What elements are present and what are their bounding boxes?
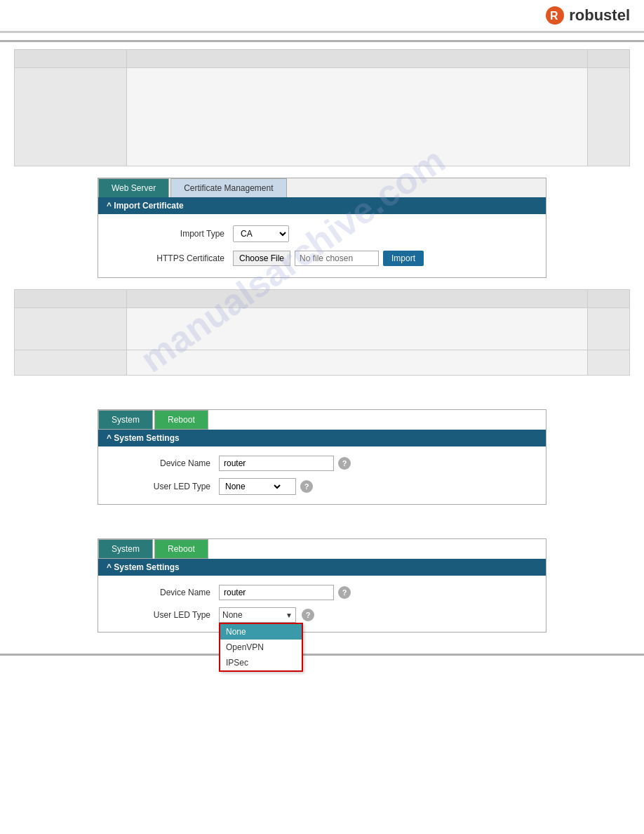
user-led-dropdown-wrap: None ▼ None OpenVPN IPSec [219, 607, 296, 623]
https-cert-label: HTTPS Certificate [112, 253, 224, 263]
robustel-logo-icon: R [545, 6, 565, 25]
choose-file-button[interactable]: Choose File [233, 251, 290, 266]
td-col1 [15, 68, 127, 166]
mid-table-header-row [15, 290, 630, 308]
user-led-help-top[interactable]: ? [300, 480, 313, 493]
td-col3 [588, 68, 630, 166]
dropdown-option-openvpn[interactable]: OpenVPN [220, 640, 302, 655]
mid-th-col2 [127, 290, 588, 308]
user-led-help-bottom[interactable]: ? [302, 609, 314, 621]
system-tabs-bottom: System Reboot [98, 539, 546, 559]
mid-td1-c3 [588, 308, 630, 350]
dropdown-option-ipsec[interactable]: IPSec [220, 655, 302, 670]
tab-reboot-top[interactable]: Reboot [154, 410, 208, 430]
dropdown-list: None OpenVPN IPSec [219, 623, 303, 672]
import-certificate-form: Import Type CA HTTPS Certificate Choose … [98, 214, 546, 277]
mid-td1-c2 [127, 308, 588, 350]
tab-web-server[interactable]: Web Server [98, 178, 169, 197]
footer-separator [0, 654, 644, 656]
certificate-panel: Web Server Certificate Management ^ Impo… [98, 178, 546, 278]
spacer2 [0, 516, 644, 527]
user-led-label-top: User LED Type [112, 482, 210, 491]
mid-th-col1 [15, 290, 127, 308]
tab-certificate-management[interactable]: Certificate Management [170, 178, 286, 197]
logo-text: robustel [569, 6, 630, 25]
mid-table-row-2 [15, 350, 630, 376]
mid-td2-c3 [588, 350, 630, 376]
user-led-row-bottom: User LED Type None ▼ None OpenVPN IPSec … [98, 604, 546, 626]
user-led-select-display-bottom[interactable]: None ▼ [219, 607, 296, 623]
import-type-select[interactable]: CA [233, 225, 289, 242]
system-settings-header-top: ^ System Settings [98, 430, 546, 446]
import-button[interactable]: Import [383, 251, 424, 266]
import-certificate-header: ^ Import Certificate [98, 197, 546, 214]
th-col1 [15, 50, 127, 68]
table-row [15, 68, 630, 166]
mid-table-section [14, 289, 630, 376]
import-type-control: CA [233, 225, 289, 242]
top-table-section [14, 49, 630, 166]
certificate-tabs: Web Server Certificate Management [98, 178, 546, 197]
tab-system-top[interactable]: System [98, 410, 153, 430]
mid-td2-c1 [15, 350, 127, 376]
dropdown-arrow-icon: ▼ [286, 611, 293, 619]
td-col2 [127, 68, 588, 166]
mid-th-col3 [588, 290, 630, 308]
mid-table-row-1 [15, 308, 630, 350]
user-led-label-bottom: User LED Type [112, 610, 210, 620]
device-name-input-top[interactable] [219, 456, 334, 471]
mid-td2-c2 [127, 350, 588, 376]
user-led-select-top[interactable]: None OpenVPN IPSec [220, 479, 283, 494]
user-led-select-wrap-top: None OpenVPN IPSec [219, 478, 296, 495]
top-separator [0, 40, 644, 42]
import-type-label: Import Type [112, 229, 224, 239]
system-form-top: Device Name ? User LED Type None OpenVPN… [98, 446, 546, 504]
logo: R robustel [545, 6, 630, 25]
system-settings-header-bottom: ^ System Settings [98, 559, 546, 576]
svg-text:R: R [550, 10, 558, 22]
th-col2 [127, 50, 588, 68]
spacer1 [0, 384, 644, 398]
dropdown-option-none[interactable]: None [220, 624, 302, 640]
device-name-input-bottom[interactable] [219, 585, 334, 600]
top-table [14, 49, 630, 166]
device-name-help-top[interactable]: ? [338, 457, 351, 470]
device-name-help-bottom[interactable]: ? [338, 586, 351, 599]
mid-td1-c1 [15, 308, 127, 350]
table-header-row [15, 50, 630, 68]
https-cert-control: Choose File No file chosen Import [233, 251, 424, 266]
no-file-chosen-label: No file chosen [295, 251, 379, 266]
system-tabs-top: System Reboot [98, 410, 546, 430]
device-name-row-bottom: Device Name ? [98, 581, 546, 604]
import-type-row: Import Type CA [98, 221, 546, 246]
https-cert-row: HTTPS Certificate Choose File No file ch… [98, 246, 546, 270]
system-form-bottom: Device Name ? User LED Type None ▼ None … [98, 576, 546, 632]
tab-reboot-bottom[interactable]: Reboot [154, 539, 208, 559]
tab-system-bottom[interactable]: System [98, 539, 153, 559]
device-name-label-top: Device Name [112, 458, 210, 468]
system-panel-bottom: System Reboot ^ System Settings Device N… [98, 538, 546, 633]
page-header: R robustel [0, 0, 644, 33]
device-name-label-bottom: Device Name [112, 588, 210, 597]
mid-table [14, 289, 630, 376]
system-panel-top: System Reboot ^ System Settings Device N… [98, 409, 546, 505]
device-name-row-top: Device Name ? [98, 452, 546, 475]
selected-value-bottom: None [222, 610, 283, 620]
th-col3 [588, 50, 630, 68]
user-led-row-top: User LED Type None OpenVPN IPSec ? [98, 475, 546, 498]
